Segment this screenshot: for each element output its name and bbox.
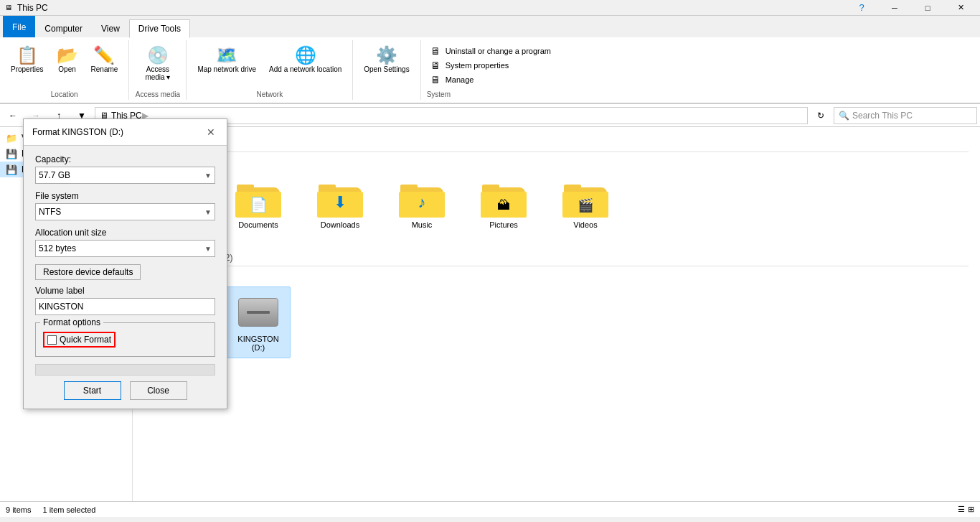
format-dialog: Format KINGSTON (D:) ✕ Capacity: 57.7 GB… [23,118,227,409]
format-options-group: Format options Quick Format [35,322,215,357]
dialog-overlay: Format KINGSTON (D:) ✕ Capacity: 57.7 GB… [0,0,980,522]
alloc-label: Allocation unit size [35,228,215,238]
filesystem-value: NTFS [39,207,61,217]
quick-format-item: Quick Format [42,329,209,350]
dialog-close-button[interactable]: ✕ [204,125,218,139]
volume-label-group: Volume label [35,286,215,315]
capacity-group: Capacity: 57.7 GB ▼ [35,154,215,184]
alloc-value: 512 bytes [39,243,76,253]
alloc-group: Allocation unit size 512 bytes ▼ [35,228,215,257]
filesystem-label: File system [35,191,215,201]
alloc-dropdown-arrow: ▼ [204,245,212,253]
close-button[interactable]: Close [130,381,187,400]
quick-format-highlight: Quick Format [43,332,116,348]
filesystem-group: File system NTFS ▼ [35,191,215,220]
quick-format-checkbox[interactable] [47,335,57,345]
dialog-title-text: Format KINGSTON (D:) [32,127,123,137]
volume-label-input[interactable] [35,298,215,315]
progress-bar [35,364,215,376]
filesystem-dropdown-arrow: ▼ [204,208,212,216]
dialog-title-bar: Format KINGSTON (D:) ✕ [24,119,227,146]
start-button[interactable]: Start [64,381,121,400]
capacity-value: 57.7 GB [39,170,70,180]
capacity-label: Capacity: [35,154,215,164]
volume-label-label: Volume label [35,286,215,296]
capacity-select[interactable]: 57.7 GB ▼ [35,167,215,184]
filesystem-select[interactable]: NTFS ▼ [35,203,215,220]
dialog-buttons: Start Close [35,381,215,400]
capacity-dropdown-arrow: ▼ [204,172,212,180]
quick-format-label: Quick Format [60,335,111,345]
dialog-body: Capacity: 57.7 GB ▼ File system NTFS ▼ A… [24,146,227,409]
format-options-legend: Format options [40,317,103,327]
restore-defaults-button[interactable]: Restore device defaults [35,264,141,280]
alloc-select[interactable]: 512 bytes ▼ [35,240,215,257]
